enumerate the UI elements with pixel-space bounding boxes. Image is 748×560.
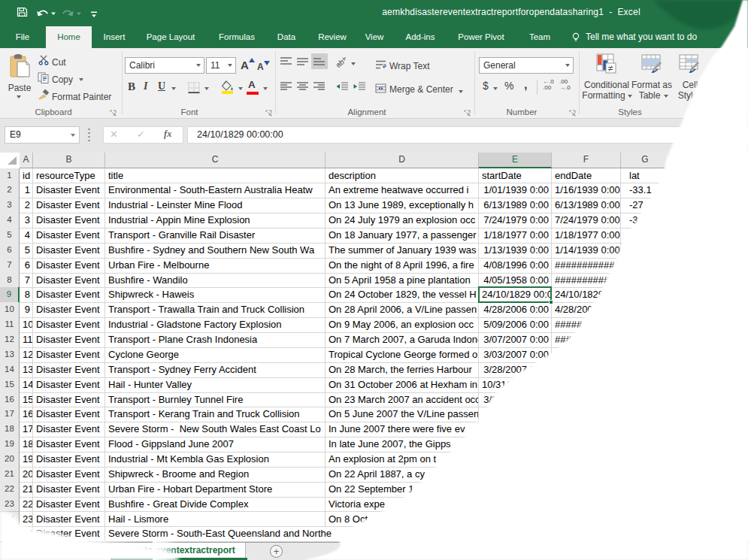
cell-resource-type[interactable]: Disaster Event: [33, 392, 105, 408]
conditional-formatting-dropdown-icon[interactable]: [628, 95, 632, 98]
bold-button[interactable]: B: [128, 80, 135, 93]
cell-lat[interactable]: -3: [621, 213, 670, 229]
tab-home[interactable]: Home: [46, 26, 92, 48]
cell-title[interactable]: Severe Storm - South-East Queensland and…: [105, 526, 391, 542]
row-header-24[interactable]: 24: [0, 512, 20, 528]
cell-resource-type[interactable]: Disaster Event: [33, 332, 105, 348]
cell-id[interactable]: 20: [20, 467, 33, 483]
new-sheet-button[interactable]: +: [270, 545, 283, 558]
cell-lat[interactable]: [621, 407, 670, 422]
cell-start-date[interactable]: 3/03/2007 0:00: [479, 347, 552, 363]
cell-id[interactable]: 9: [20, 302, 33, 318]
sheet-tab-active[interactable]: disastereventextractreport: [111, 543, 246, 558]
cell-title[interactable]: Shipwreck - Haweis: [105, 287, 326, 303]
cell-title[interactable]: Urban Fire - Melbourne: [105, 258, 326, 274]
cell-start-date[interactable]: [479, 482, 552, 498]
cell-end-date[interactable]: ############: [552, 332, 621, 348]
column-header-E[interactable]: E: [479, 153, 552, 168]
cell-resource-type[interactable]: Disaster Event: [33, 228, 105, 244]
cell-description[interactable]: On 8 Oct: [326, 512, 479, 528]
cell-end-date[interactable]: 4/28/2006 0:00: [552, 302, 621, 318]
cut-label[interactable]: Cut: [52, 57, 66, 68]
cell-title[interactable]: Transport - Burnley Tunnel Fire: [105, 392, 326, 408]
cell-end-date[interactable]: 7/24/1979 0:00: [552, 213, 621, 229]
format-painter-label[interactable]: Format Painter: [52, 92, 111, 102]
cell-description[interactable]: Tropical Cyclone George formed o: [326, 347, 479, 363]
cell-end-date[interactable]: [552, 437, 621, 453]
cell-end-date[interactable]: 1/14/1939 0:00: [552, 243, 621, 259]
tab-page-layout[interactable]: Page Layout: [147, 26, 195, 48]
cell-description[interactable]: On 13 June 1989, exceptionally h: [326, 198, 479, 213]
cell-title[interactable]: Urban Fire - Hobart Department Store: [105, 482, 326, 498]
cell-resource-type[interactable]: Disaster Event: [33, 467, 105, 483]
cell-lat[interactable]: [621, 497, 670, 513]
cell-title[interactable]: Flood - Gippsland June 2007: [105, 437, 326, 453]
font-family-select[interactable]: Calibri: [125, 57, 204, 74]
currency-button[interactable]: $: [483, 80, 489, 92]
cell-lat[interactable]: -27: [621, 198, 670, 213]
row-header-25[interactable]: 25: [0, 526, 20, 542]
format-as-table-label-2[interactable]: Table: [639, 90, 661, 101]
underline-button[interactable]: U: [158, 80, 165, 92]
cell-field-resourceType[interactable]: resourceType: [33, 168, 105, 184]
cell-start-date[interactable]: 1/01/1939 0:00: [479, 183, 552, 198]
cell-end-date[interactable]: [552, 362, 621, 378]
cell-end-date[interactable]: ############: [552, 273, 621, 289]
column-header-F[interactable]: F: [552, 153, 621, 168]
font-color-dropdown-icon[interactable]: [263, 87, 268, 90]
cell-id[interactable]: 22: [20, 497, 33, 513]
cell-id[interactable]: 23: [20, 512, 33, 528]
cell-styles-icon[interactable]: [679, 54, 701, 77]
save-icon[interactable]: [17, 7, 28, 20]
tell-me-box[interactable]: Tell me what you want to do: [586, 26, 697, 48]
cell-title[interactable]: Transport - Plane Crash Indonesia: [105, 332, 326, 348]
cell-lat[interactable]: [621, 332, 670, 348]
increase-font-icon[interactable]: A: [241, 58, 255, 71]
cell-description[interactable]: On 28 April 2006, a V/Line passen: [326, 302, 479, 318]
name-box[interactable]: E9: [5, 126, 80, 144]
align-center-icon[interactable]: [296, 81, 309, 94]
row-header-7[interactable]: 7: [0, 258, 20, 274]
paste-icon[interactable]: [10, 54, 31, 83]
cell-end-date[interactable]: [552, 392, 621, 408]
cell-end-date[interactable]: 24/10/1829 00:00:00: [552, 287, 621, 303]
italic-button[interactable]: I: [144, 80, 147, 92]
comma-button[interactable]: ,: [524, 78, 527, 92]
cell-styles-label-2[interactable]: Styles: [678, 90, 703, 101]
row-header-10[interactable]: 10: [0, 302, 20, 318]
cell-description[interactable]: On 22 September 1: [326, 482, 479, 498]
cell-resource-type[interactable]: Disaster Event: [33, 243, 105, 259]
cell-start-date[interactable]: [479, 467, 552, 483]
font-family-dropdown-icon[interactable]: [196, 64, 201, 67]
format-as-table-icon[interactable]: [641, 54, 664, 77]
cell-description[interactable]: On 5 June 2007 the V/Line passen: [326, 407, 479, 422]
cell-end-date[interactable]: [552, 422, 621, 437]
cell-styles-label-1[interactable]: Cell: [683, 80, 698, 90]
format-painter-icon[interactable]: [38, 89, 50, 103]
cell-lat[interactable]: [621, 392, 670, 408]
undo-button[interactable]: [36, 8, 56, 21]
cell-description[interactable]: In late June 2007, the Gipps: [326, 437, 479, 453]
cell-description[interactable]: On 31 October 2006 at Hexham in: [326, 377, 479, 393]
row-header-4[interactable]: 4: [0, 213, 20, 229]
alignment-dialog-launcher-icon[interactable]: [464, 108, 471, 116]
insert-function-icon[interactable]: fx: [164, 129, 171, 140]
cell-title[interactable]: Environmental - South-Eastern Australia …: [105, 183, 326, 198]
cell-lat[interactable]: [621, 258, 670, 274]
cell-lat[interactable]: [621, 347, 670, 363]
cell-lat[interactable]: [621, 287, 670, 303]
decrease-font-icon[interactable]: A: [257, 60, 270, 72]
underline-dropdown-icon[interactable]: [171, 87, 176, 90]
cell-title[interactable]: Transport - Granville Rail Disaster: [105, 228, 326, 244]
increase-decimal-icon[interactable]: ←.0.00: [543, 79, 554, 91]
cell-field-title[interactable]: title: [105, 168, 326, 184]
cell-description[interactable]: In June 2007 there were five ev: [326, 422, 479, 437]
cell-resource-type[interactable]: Disaster Event: [33, 302, 105, 318]
cell-start-date[interactable]: [479, 512, 552, 528]
cell-title[interactable]: Industrial - Appin Mine Explosion: [105, 213, 326, 229]
orientation-icon[interactable]: ab: [335, 56, 348, 70]
tab-insert[interactable]: Insert: [104, 26, 126, 48]
cell-end-date[interactable]: [552, 452, 621, 468]
cell-lat[interactable]: [621, 422, 670, 437]
copy-label[interactable]: Copy: [52, 74, 73, 85]
